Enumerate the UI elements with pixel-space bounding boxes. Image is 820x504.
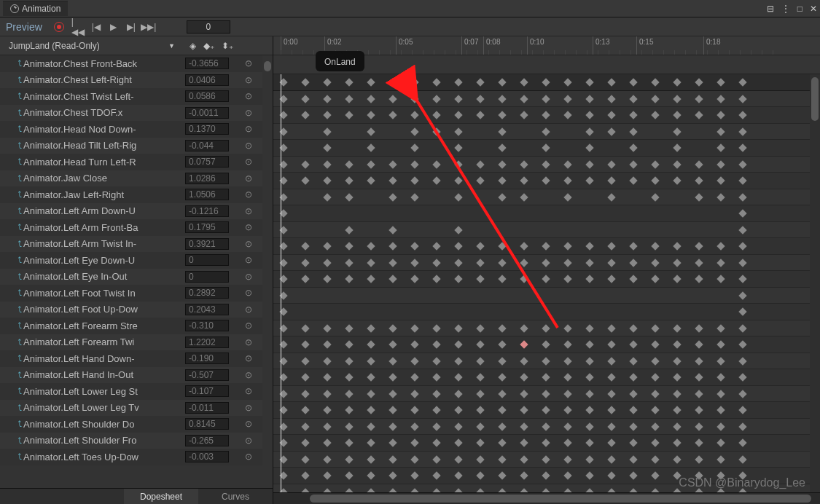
keyframe[interactable] — [410, 357, 418, 365]
keyframe[interactable] — [454, 193, 462, 201]
keyframe[interactable] — [476, 422, 484, 430]
property-value[interactable]: 0.0757 — [185, 156, 229, 168]
keyframe[interactable] — [563, 193, 571, 201]
keyframe[interactable] — [738, 209, 746, 217]
keyframe[interactable] — [716, 127, 725, 135]
keyframe[interactable] — [388, 226, 397, 234]
keyframe[interactable] — [585, 422, 593, 430]
keyframe[interactable] — [498, 160, 506, 168]
keyframe[interactable] — [695, 111, 703, 119]
keyframe[interactable] — [498, 373, 506, 381]
property-row[interactable]: ⤴Animator.Chest Twist Left-0.0586⊙ — [0, 88, 273, 105]
keyframe[interactable] — [563, 438, 571, 446]
keyframe[interactable] — [695, 340, 703, 348]
keyframe[interactable] — [410, 127, 418, 135]
keyframe[interactable] — [410, 406, 418, 414]
keyframe[interactable] — [695, 242, 703, 250]
keyframe[interactable] — [716, 95, 725, 103]
keyframe[interactable] — [498, 275, 506, 283]
menu-icon[interactable]: ⋮ — [781, 4, 790, 14]
keyframe[interactable] — [367, 373, 375, 381]
keyframe[interactable] — [716, 143, 725, 151]
property-value[interactable]: -0.190 — [185, 353, 229, 364]
keyframe[interactable] — [432, 455, 440, 463]
keyframe[interactable] — [498, 357, 506, 365]
keyframe[interactable] — [738, 438, 746, 446]
keyframe[interactable] — [301, 176, 309, 184]
keyframe[interactable] — [410, 422, 418, 430]
keyframe[interactable] — [738, 390, 746, 398]
keyframe[interactable] — [629, 95, 637, 103]
property-row[interactable]: ⤴Animator.Left Eye Down-U0⊙ — [0, 252, 273, 269]
keyframe[interactable] — [695, 160, 703, 168]
dope-track[interactable] — [273, 124, 820, 141]
keyframe[interactable] — [607, 259, 615, 267]
keyframe[interactable] — [323, 357, 331, 365]
keyframe[interactable] — [388, 259, 397, 267]
keyframe[interactable] — [673, 340, 681, 348]
property-row[interactable]: ⤴Animator.Chest Front-Back-0.3656⊙ — [0, 55, 273, 72]
maximize-icon[interactable]: □ — [797, 4, 803, 14]
keyframe[interactable] — [410, 193, 418, 201]
keyframe[interactable] — [388, 95, 397, 103]
keyframe[interactable] — [607, 95, 615, 103]
keyframe[interactable] — [563, 340, 571, 348]
keyframe[interactable] — [410, 78, 418, 86]
keyframe[interactable] — [454, 373, 462, 381]
keyframe[interactable] — [542, 422, 550, 430]
keyframe[interactable] — [454, 160, 462, 168]
keyframe[interactable] — [673, 324, 681, 332]
keyframe[interactable] — [542, 471, 550, 479]
keyframe[interactable] — [498, 390, 506, 398]
keyframe[interactable] — [673, 111, 681, 119]
keyframe[interactable] — [651, 340, 659, 348]
keyframe[interactable] — [498, 438, 506, 446]
keyframe[interactable] — [629, 357, 637, 365]
keyframe[interactable] — [454, 406, 462, 414]
keyframe[interactable] — [367, 275, 375, 283]
property-menu-icon[interactable]: ⊙ — [238, 288, 259, 298]
keyframe[interactable] — [323, 275, 331, 283]
keyframe[interactable] — [454, 127, 462, 135]
keyframe[interactable] — [629, 471, 637, 479]
keyframe[interactable] — [607, 160, 615, 168]
keyframe[interactable] — [629, 160, 637, 168]
play-button[interactable]: ▶ — [106, 20, 121, 34]
keyframe[interactable] — [345, 95, 353, 103]
keyframe[interactable] — [629, 340, 637, 348]
property-menu-icon[interactable]: ⊙ — [238, 452, 259, 462]
dope-track[interactable] — [273, 140, 820, 157]
keyframe[interactable] — [651, 357, 659, 365]
keyframe[interactable] — [432, 357, 440, 365]
keyframe[interactable] — [476, 471, 484, 479]
keyframe[interactable] — [432, 127, 440, 135]
keyframe[interactable] — [738, 455, 746, 463]
property-menu-icon[interactable]: ⊙ — [238, 436, 259, 446]
keyframe[interactable] — [454, 259, 462, 267]
property-menu-icon[interactable]: ⊙ — [238, 75, 259, 85]
keyframe[interactable] — [607, 406, 615, 414]
property-row[interactable]: ⤴Animator.Left Lower Leg St-0.107⊙ — [0, 383, 273, 400]
keyframe[interactable] — [738, 357, 746, 365]
keyframe[interactable] — [607, 357, 615, 365]
keyframe[interactable] — [716, 242, 725, 250]
property-menu-icon[interactable]: ⊙ — [238, 255, 259, 265]
keyframe[interactable] — [345, 357, 353, 365]
keyframe[interactable] — [498, 78, 506, 86]
keyframe[interactable] — [323, 78, 331, 86]
keyframe[interactable] — [476, 111, 484, 119]
keyframe[interactable] — [388, 176, 397, 184]
keyframe[interactable] — [695, 193, 703, 201]
keyframe[interactable] — [695, 259, 703, 267]
keyframe[interactable] — [585, 259, 593, 267]
keyframe[interactable] — [585, 95, 593, 103]
property-row[interactable]: ⤴Animator.Head Turn Left-R0.0757⊙ — [0, 154, 273, 170]
keyframe[interactable] — [323, 406, 331, 414]
keyframe[interactable] — [716, 259, 725, 267]
property-row[interactable]: ⤴Animator.Left Foot Up-Dow0.2043⊙ — [0, 302, 273, 318]
keyframe[interactable] — [673, 78, 681, 86]
property-row[interactable]: ⤴Animator.Left Forearm Stre-0.310⊙ — [0, 318, 273, 334]
keyframe[interactable] — [520, 373, 528, 381]
property-value[interactable]: 1.2202 — [185, 336, 229, 348]
keyframe[interactable] — [367, 78, 375, 86]
